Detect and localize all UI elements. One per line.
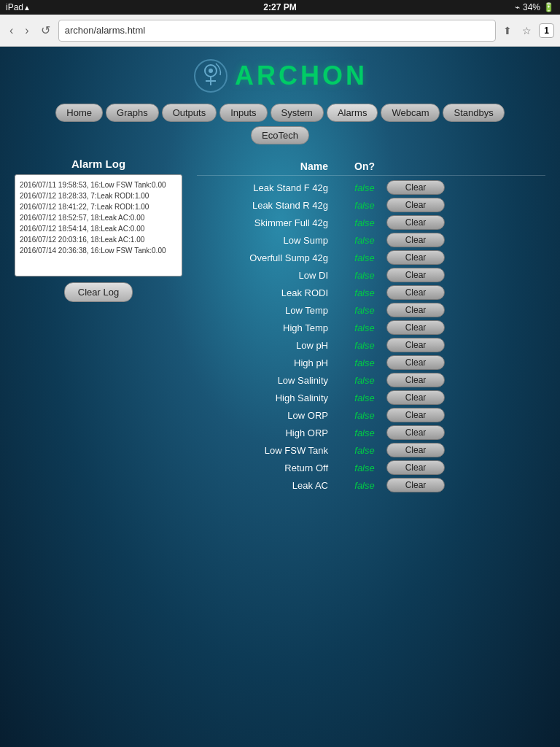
alarm-status: false bbox=[343, 235, 386, 246]
alarm-row: Leak ACfalseClear bbox=[197, 476, 545, 494]
alarm-clear-button[interactable]: Clear bbox=[386, 303, 445, 317]
alarm-name: Overfull Sump 42g bbox=[197, 252, 343, 263]
alarms-section: Name On? Leak Stand F 42gfalseClearLeak … bbox=[197, 158, 545, 494]
alarm-status: false bbox=[343, 410, 386, 421]
alarm-row: Overfull Sump 42gfalseClear bbox=[197, 249, 545, 266]
nav-ecotech[interactable]: EcoTech bbox=[251, 126, 309, 144]
alarm-status: false bbox=[343, 427, 386, 438]
alarm-status: false bbox=[343, 480, 386, 491]
alarm-name: Low Sump bbox=[197, 235, 343, 246]
alarm-clear-button[interactable]: Clear bbox=[386, 460, 445, 475]
nav-outputs[interactable]: Outputs bbox=[162, 104, 217, 122]
alarm-row: Low ORPfalseClear bbox=[197, 406, 545, 424]
col-header-name: Name bbox=[197, 160, 343, 172]
header: ARCHON bbox=[0, 47, 560, 98]
reload-button[interactable]: ↺ bbox=[37, 22, 54, 39]
alarm-row: High TempfalseClear bbox=[197, 319, 545, 336]
log-entry: 2016/07/12 18:52:57, 18:Leak AC:0.00 bbox=[20, 212, 177, 223]
time-label: 2:27 PM bbox=[263, 2, 296, 12]
alarm-status: false bbox=[343, 357, 386, 368]
alarm-name: Low DI bbox=[197, 270, 343, 281]
alarm-name: High Salinity bbox=[197, 392, 343, 403]
alarm-row: Low TempfalseClear bbox=[197, 301, 545, 319]
nav-system[interactable]: System bbox=[271, 104, 324, 122]
alarm-clear-button[interactable]: Clear bbox=[386, 198, 445, 212]
alarm-row: High pHfalseClear bbox=[197, 354, 545, 371]
alarm-name: High pH bbox=[197, 357, 343, 368]
nav-inputs[interactable]: Inputs bbox=[219, 104, 267, 122]
alarm-status: false bbox=[343, 462, 386, 473]
browser-chrome: ‹ › ↺ ⬆ ☆ 1 bbox=[0, 15, 560, 47]
alarm-row: Skimmer Full 42gfalseClear bbox=[197, 214, 545, 231]
alarm-clear-button[interactable]: Clear bbox=[386, 408, 445, 422]
nav-home[interactable]: Home bbox=[55, 104, 103, 122]
alarm-status: false bbox=[343, 322, 386, 333]
alarm-clear-button[interactable]: Clear bbox=[386, 338, 445, 352]
tab-count[interactable]: 1 bbox=[539, 23, 554, 38]
bluetooth-icon: ⌁ bbox=[515, 2, 520, 12]
alarm-status: false bbox=[343, 270, 386, 281]
alarm-name: Skimmer Full 42g bbox=[197, 217, 343, 228]
alarm-clear-button[interactable]: Clear bbox=[386, 425, 445, 440]
alarms-header: Name On? bbox=[197, 158, 545, 176]
alarm-row: Low SumpfalseClear bbox=[197, 231, 545, 249]
alarm-log-box: 2016/07/11 19:58:53, 16:Low FSW Tank:0.0… bbox=[15, 174, 182, 276]
address-bar[interactable] bbox=[58, 20, 497, 42]
alarm-status: false bbox=[343, 182, 386, 193]
alarm-clear-button[interactable]: Clear bbox=[386, 233, 445, 247]
alarm-clear-button[interactable]: Clear bbox=[386, 443, 445, 457]
log-entry: 2016/07/12 20:03:16, 18:Leak AC:1.00 bbox=[20, 234, 177, 245]
bookmark-icon[interactable]: ☆ bbox=[519, 23, 534, 38]
alarm-row: Leak RODIfalseClear bbox=[197, 284, 545, 301]
nav-graphs[interactable]: Graphs bbox=[106, 104, 159, 122]
alarm-clear-button[interactable]: Clear bbox=[386, 320, 445, 335]
alarm-name: Leak Stand R 42g bbox=[197, 200, 343, 211]
main-content: Alarm Log 2016/07/11 19:58:53, 16:Low FS… bbox=[0, 150, 560, 501]
alarm-clear-button[interactable]: Clear bbox=[386, 215, 445, 230]
nav-standbys[interactable]: Standbys bbox=[443, 104, 504, 122]
main-nav: Home Graphs Outputs Inputs System Alarms… bbox=[0, 98, 560, 125]
page: ARCHON Home Graphs Outputs Inputs System… bbox=[0, 47, 560, 501]
carrier-label: iPad bbox=[6, 2, 23, 12]
alarm-status: false bbox=[343, 252, 386, 263]
log-entry: 2016/07/12 18:54:14, 18:Leak AC:0.00 bbox=[20, 223, 177, 234]
alarm-name: High Temp bbox=[197, 322, 343, 333]
battery-label: 34% bbox=[523, 2, 540, 12]
log-entry: 2016/07/11 19:58:53, 16:Low FSW Tank:0.0… bbox=[20, 179, 177, 190]
alarm-name: Return Off bbox=[197, 462, 343, 473]
logo-text: ARCHON bbox=[235, 61, 368, 91]
nav-webcam[interactable]: Webcam bbox=[381, 104, 440, 122]
alarm-clear-button[interactable]: Clear bbox=[386, 373, 445, 387]
alarm-clear-button[interactable]: Clear bbox=[386, 390, 445, 405]
log-entry: 2016/07/14 20:36:38, 16:Low FSW Tank:0.0… bbox=[20, 245, 177, 256]
alarm-row: Low SalinityfalseClear bbox=[197, 371, 545, 389]
alarm-name: Low Temp bbox=[197, 305, 343, 316]
svg-point-4 bbox=[209, 69, 213, 73]
forward-button[interactable]: › bbox=[21, 23, 32, 39]
alarm-status: false bbox=[343, 217, 386, 228]
share-icon[interactable]: ⬆ bbox=[500, 23, 515, 38]
alarm-status: false bbox=[343, 445, 386, 456]
battery-icon: 🔋 bbox=[543, 2, 554, 12]
alarm-name: Low pH bbox=[197, 340, 343, 351]
alarm-row: Low FSW TankfalseClear bbox=[197, 441, 545, 459]
alarm-name: Low FSW Tank bbox=[197, 445, 343, 456]
alarm-clear-button[interactable]: Clear bbox=[386, 250, 445, 265]
alarm-log-title: Alarm Log bbox=[15, 158, 182, 170]
alarm-clear-button[interactable]: Clear bbox=[386, 355, 445, 370]
alarm-rows-container: Leak Stand F 42gfalseClearLeak Stand R 4… bbox=[197, 179, 545, 494]
alarm-clear-button[interactable]: Clear bbox=[386, 478, 445, 492]
alarm-clear-button[interactable]: Clear bbox=[386, 285, 445, 300]
alarm-clear-button[interactable]: Clear bbox=[386, 180, 445, 195]
alarm-row: Low pHfalseClear bbox=[197, 336, 545, 354]
alarm-row: Return OfffalseClear bbox=[197, 459, 545, 476]
log-entry: 2016/07/12 18:28:33, 7:Leak RODI:1.00 bbox=[20, 190, 177, 201]
alarm-name: Low ORP bbox=[197, 410, 343, 421]
alarm-name: Low Salinity bbox=[197, 375, 343, 386]
alarm-status: false bbox=[343, 392, 386, 403]
alarm-clear-button[interactable]: Clear bbox=[386, 268, 445, 282]
alarm-status: false bbox=[343, 340, 386, 351]
back-button[interactable]: ‹ bbox=[6, 23, 17, 39]
nav-alarms[interactable]: Alarms bbox=[327, 104, 378, 122]
clear-log-button[interactable]: Clear Log bbox=[64, 282, 133, 302]
